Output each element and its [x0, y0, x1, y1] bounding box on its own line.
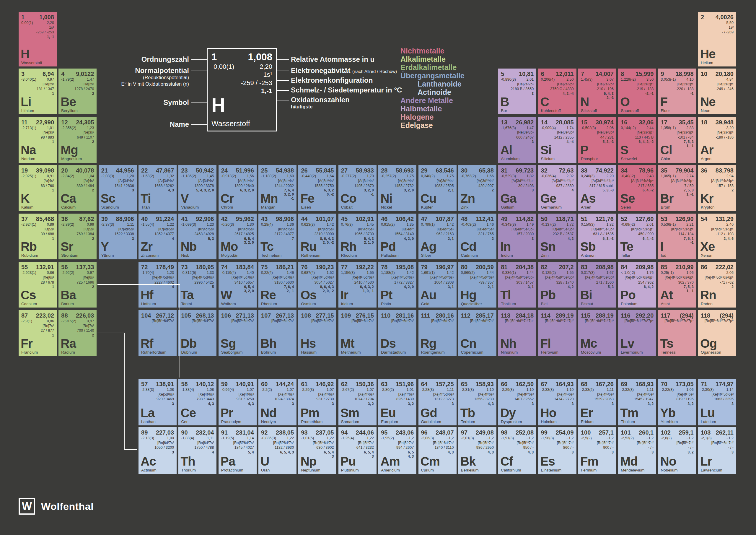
element-cell-cf: 98252,08-1,91(3)~1,2[Rn]5f¹⁰7s²950 / -Cf… [498, 427, 536, 474]
element-cell-body: Y3 [101, 237, 134, 253]
element-cell-body: Am6, 5 4, 3 [381, 450, 414, 467]
element-symbol: Cd [460, 240, 476, 253]
sample-electronegativity: 2,20 [259, 63, 272, 71]
standard-potential: 0,00(1) [21, 20, 33, 25]
melting-boiling-point: 1064 / 2808 [421, 280, 454, 285]
atomic-mass: 1,008 [39, 14, 54, 20]
electron-configuration: [Rn]5f¹⁴6d¹⁰7s²7p² [541, 319, 574, 324]
element-name: Tellur [621, 253, 654, 258]
atomic-mass: 271,13 [236, 312, 254, 319]
electronegativity: 3,50 [646, 77, 654, 82]
element-name: Wolfram [221, 302, 254, 306]
element-name: Xenon [701, 253, 734, 258]
element-cell-lu: 71174,97-2,30(3)1,14[Xe]4f¹⁴5d¹6s²1663 /… [698, 379, 736, 425]
atomic-number: 96 [421, 429, 428, 436]
atomic-number: 19 [21, 167, 28, 174]
electronegativity: 2,20 [47, 20, 54, 25]
element-symbol: Ge [540, 192, 556, 205]
element-symbol: Lr [700, 455, 712, 468]
element-cell-body: Al3 [501, 140, 534, 156]
atomic-mass: 204,38 [516, 264, 534, 270]
melting-boiling-point: 920 / 3469 [141, 397, 174, 402]
element-symbol: Hs [300, 337, 316, 350]
atomic-number: 99 [541, 429, 548, 436]
element-cell-body: Dy3 [501, 402, 534, 419]
electron-configuration: [Kr]5s¹ [21, 227, 54, 232]
element-name: Nickel [381, 205, 414, 210]
atomic-number: 115 [581, 312, 590, 319]
element-name: Schwefel [621, 157, 654, 161]
electronegativity: ~1,2 [566, 436, 574, 441]
element-cell-body: Ho3 [541, 402, 574, 419]
element-name: Californium [501, 468, 534, 472]
element-symbol: Sb [580, 240, 596, 253]
label-oxidationszahlen: Oxidationszahlen häufigste [291, 96, 350, 110]
electron-configuration: [Ar]3d⁸4s² [381, 179, 414, 183]
oxidation-states: 4 [572, 188, 574, 193]
element-name: Silicium [541, 157, 574, 161]
oxidation-states: 7, 5, 3 1, -1 [684, 285, 693, 293]
element-cell-mn: 2554,938-1,180(2)1,60[Ar]3d⁵4s²1244 / 20… [258, 165, 296, 211]
electron-configuration: [Ar]3d²4s² [141, 179, 174, 183]
electronegativity: 2,20 [607, 174, 614, 179]
element-name: Gold [421, 302, 454, 306]
electronegativity: ~1,2 [526, 436, 534, 441]
element-cell-body: Rf [141, 324, 174, 349]
element-name: Stickstoff [581, 109, 614, 113]
atomic-number: 47 [421, 216, 428, 222]
electron-configuration: [Rn]5f⁷7s² [381, 441, 414, 445]
melting-boiling-point: 181 / 1347 [21, 87, 54, 91]
atomic-number: 43 [261, 216, 268, 222]
element-cell-xe: 54131,292,40[Kr]4d¹⁰5s²5p⁶-112 / -108Xe2… [698, 213, 736, 259]
element-symbol: K [21, 192, 29, 205]
standard-potential: -1,25(4) [341, 436, 354, 441]
melting-boiling-point: 1966 / 3730 [341, 232, 374, 236]
element-name: Astat [661, 302, 694, 306]
atomic-mass: 4,0026 [716, 14, 734, 20]
electronegativity: 2,01 [646, 222, 654, 227]
standard-potential: 1,188(2) [381, 270, 395, 275]
element-cell-tl: 81204,38-0,336(1)1,44[Xe]4f¹⁴5d¹⁰6s²6p¹3… [498, 262, 536, 308]
element-cell-body: Mg2 [61, 140, 94, 156]
element-cell-se: 3478,96-0,40(-2)2,48[Ar]3d¹⁰4s²4p⁴217 / … [618, 165, 656, 211]
leader-line [277, 70, 289, 71]
element-cell-body: Ir6, 4, 3, 2 1, 0, -1 [341, 285, 374, 301]
electronegativity: 1,11 [207, 436, 214, 441]
element-cell-body: Pb4, 2 [541, 285, 574, 301]
element-name: Lutetium [701, 420, 734, 424]
standard-potential: -2,92(2) [61, 270, 74, 275]
atomic-mass: 78,96 [639, 167, 654, 174]
standard-potential: -2,84(2) [61, 174, 74, 179]
atomic-number: 98 [501, 429, 507, 436]
atomic-mass: 114,82 [516, 216, 534, 222]
atomic-number: 38 [61, 216, 68, 222]
atomic-mass: 223,02 [36, 312, 54, 319]
standard-potential: 0,240(3) [581, 174, 595, 179]
electronegativity: 3,20 [726, 126, 734, 130]
atomic-number: 53 [661, 216, 667, 222]
element-cell-body: Cd2 [461, 237, 494, 253]
standard-potential: 1,358(-1) [661, 126, 676, 130]
element-cell-body: Og [701, 324, 734, 349]
atomic-number: 87 [21, 312, 28, 319]
oxidation-states: 2 [92, 285, 94, 289]
standard-potential: -2,9(1) [21, 319, 32, 324]
standard-potential: -1,33(4) [181, 387, 194, 392]
oxidation-states: 3 [532, 402, 534, 406]
electron-configuration: [Xe]4f¹⁴5d¹6s² [701, 392, 734, 397]
element-name: Platin [381, 302, 414, 306]
atomic-mass: 248,07 [436, 429, 454, 436]
element-cell-body: Gd3 [421, 402, 454, 419]
element-cell-body: No3, 2 [661, 450, 694, 467]
melting-boiling-point: -101 / -34 [661, 135, 694, 140]
standard-potential: -0,529(3) [501, 174, 516, 179]
element-name: Praseodym [221, 420, 254, 424]
element-cell-body: Rh5, 4, 3 2, 1, 0 [341, 237, 374, 253]
element-name: Kohlenstoff [541, 109, 574, 113]
atomic-mass: 55,845 [316, 167, 334, 174]
atomic-mass: 168,93 [635, 381, 654, 387]
atomic-mass: 232,04 [196, 429, 214, 436]
atomic-mass: 260,1 [639, 429, 654, 436]
element-name: Lanthan [141, 420, 174, 424]
oxidation-states: 2, 4, 6 [724, 237, 734, 241]
